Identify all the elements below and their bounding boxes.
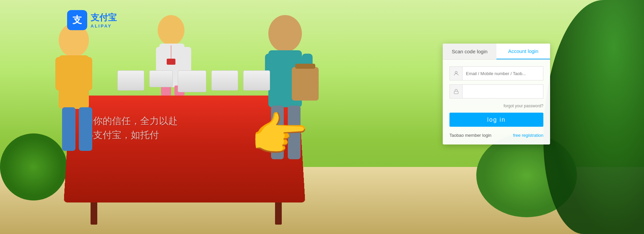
login-form: forgot your password? log in Taobao memb… bbox=[443, 60, 550, 144]
forgot-password-link[interactable]: forgot your password? bbox=[503, 104, 543, 108]
taobao-login-link[interactable]: Taobao member login bbox=[449, 133, 491, 138]
forgot-password-section: forgot your password? bbox=[449, 103, 543, 109]
tab-account[interactable]: Account login bbox=[496, 44, 550, 59]
package-5 bbox=[243, 70, 270, 91]
package-3 bbox=[178, 70, 206, 92]
login-button[interactable]: log in bbox=[449, 113, 543, 127]
page-background: 为你的信任，全力以赴 —支付宝，如托付 bbox=[0, 0, 644, 234]
alipay-chinese-name: 支付宝 bbox=[91, 12, 117, 23]
grass-left bbox=[0, 133, 67, 200]
password-input-group bbox=[449, 84, 543, 99]
username-input[interactable] bbox=[463, 67, 543, 80]
login-tabs: Scan code login Account login bbox=[443, 44, 550, 60]
package-4 bbox=[211, 70, 238, 91]
packages-area bbox=[117, 70, 270, 92]
hand-pointer-icon: 👈 bbox=[252, 107, 310, 163]
svg-rect-23 bbox=[454, 91, 458, 94]
package-2 bbox=[149, 70, 173, 87]
free-registration-link[interactable]: free registration bbox=[513, 133, 543, 138]
alipay-logo: 支 支付宝 ALIPAY bbox=[67, 10, 117, 30]
package-1 bbox=[117, 70, 144, 91]
password-input[interactable] bbox=[463, 85, 543, 98]
table-tagline: 为你的信任，全力以赴 —支付宝，如托付 bbox=[84, 114, 178, 142]
alipay-english-name: ALIPAY bbox=[91, 23, 117, 28]
tab-scan-code[interactable]: Scan code login bbox=[443, 44, 496, 59]
login-footer: Taobao member login free registration bbox=[449, 131, 543, 138]
username-input-group bbox=[449, 66, 543, 80]
user-icon bbox=[450, 67, 463, 80]
alipay-icon: 支 bbox=[67, 10, 87, 30]
svg-point-22 bbox=[455, 71, 457, 73]
lock-icon bbox=[450, 85, 463, 98]
alipay-text-block: 支付宝 ALIPAY bbox=[91, 12, 117, 28]
login-panel: Scan code login Account login bbox=[443, 44, 550, 144]
